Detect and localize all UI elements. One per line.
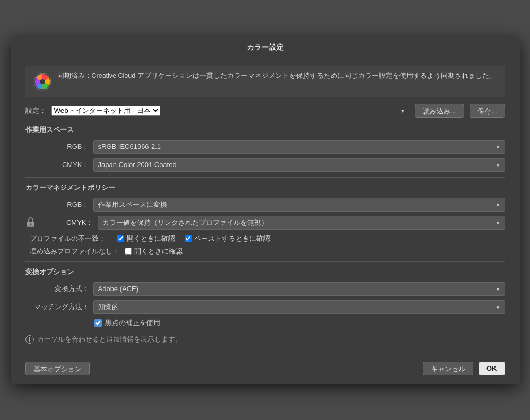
sync-bar: 同期済み：Creative Cloud アプリケーションは一貫したカラーマネジメ… bbox=[25, 66, 505, 97]
lock-icon bbox=[25, 217, 36, 228]
dialog-footer: 基本オプション キャンセル OK bbox=[11, 354, 520, 384]
sync-text: 同期済み：Creative Cloud アプリケーションは一貫したカラーマネジメ… bbox=[57, 71, 496, 81]
black-point-label: 黒点の補正を使用 bbox=[105, 318, 160, 328]
no-embed-open-checkbox-label[interactable]: 開くときに確認 bbox=[125, 247, 183, 256]
cmyk-workspace-row: CMYK： Japan Color 2001 Coated Japan Colo… bbox=[25, 158, 505, 172]
paste-confirm-label: ペーストするときに確認 bbox=[194, 234, 270, 243]
load-button[interactable]: 読み込み... bbox=[415, 104, 464, 118]
conversion-section-title: 変換オプション bbox=[25, 267, 505, 277]
policy-rgb-select[interactable]: 作業用スペースに変換 カラー値を保持 オフ bbox=[93, 198, 505, 212]
cmyk-select-wrapper: Japan Color 2001 Coated Japan Color 2001… bbox=[93, 158, 505, 172]
matching-method-row: マッチング方法： 知覚的 相対的な色域を維持 彩度 絶対的な色域を維持 ▼ bbox=[25, 300, 505, 314]
info-row: i カーソルを合わせると追加情報を表示します。 bbox=[25, 331, 505, 346]
rgb-workspace-row: RGB： sRGB IEC61966-2.1 Adobe RGB (1998) … bbox=[25, 140, 505, 154]
policy-rgb-select-wrapper: 作業用スペースに変換 カラー値を保持 オフ ▼ bbox=[93, 198, 505, 212]
settings-row: 設定： Web・インターネット用 - 日本 プリプレス用 - 日本 一般用 - … bbox=[25, 104, 505, 118]
conversion-method-select[interactable]: Adobe (ACE) Apple CMM Little CMS bbox=[93, 282, 505, 296]
divider-2 bbox=[25, 261, 505, 262]
policy-cmyk-select[interactable]: カラー値を保持（リンクされたプロファイルを無視） 作業用スペースに変換 オフ bbox=[98, 216, 505, 230]
rgb-label: RGB： bbox=[25, 142, 89, 152]
conversion-method-row: 変換方式： Adobe (ACE) Apple CMM Little CMS ▼ bbox=[25, 282, 505, 296]
basic-options-button[interactable]: 基本オプション bbox=[25, 362, 90, 375]
svg-rect-4 bbox=[30, 223, 31, 225]
profile-mismatch-label: プロファイルの不一致： bbox=[30, 234, 106, 243]
matching-method-label: マッチング方法： bbox=[25, 302, 89, 312]
conversion-method-label: 変換方式： bbox=[25, 284, 89, 294]
rgb-select-wrapper: sRGB IEC61966-2.1 Adobe RGB (1998) ProPh… bbox=[93, 140, 505, 154]
color-settings-dialog: カラー設定 同期済み：Creative Cloud アプリケーションは一貫したカ… bbox=[11, 37, 520, 384]
matching-method-select[interactable]: 知覚的 相対的な色域を維持 彩度 絶対的な色域を維持 bbox=[93, 300, 505, 314]
black-point-checkbox[interactable] bbox=[94, 319, 102, 327]
paste-confirm-checkbox[interactable] bbox=[185, 235, 192, 242]
policy-cmyk-select-wrapper: カラー値を保持（リンクされたプロファイルを無視） 作業用スペースに変換 オフ ▼ bbox=[98, 216, 505, 230]
cmyk-select[interactable]: Japan Color 2001 Coated Japan Color 2001… bbox=[93, 158, 505, 172]
policy-cmyk-label: CMYK： bbox=[40, 218, 93, 228]
setting-select[interactable]: Web・インターネット用 - 日本 プリプレス用 - 日本 一般用 - 日本 カ… bbox=[51, 106, 160, 116]
matching-method-select-wrapper: 知覚的 相対的な色域を維持 彩度 絶対的な色域を維持 ▼ bbox=[93, 300, 505, 314]
black-point-row: 黒点の補正を使用 bbox=[25, 318, 505, 328]
paste-confirm-checkbox-label[interactable]: ペーストするときに確認 bbox=[185, 234, 270, 243]
footer-right-buttons: キャンセル OK bbox=[423, 362, 505, 375]
open-confirm-checkbox[interactable] bbox=[117, 235, 124, 242]
policy-rgb-label: RGB： bbox=[25, 200, 89, 209]
no-embed-label: 埋め込みプロファイルなし： bbox=[30, 247, 119, 256]
info-text: カーソルを合わせると追加情報を表示します。 bbox=[37, 335, 182, 344]
setting-dropdown-wrapper: Web・インターネット用 - 日本 プリプレス用 - 日本 一般用 - 日本 カ… bbox=[51, 106, 410, 116]
no-embed-row: 埋め込みプロファイルなし： 開くときに確認 bbox=[25, 247, 505, 256]
open-confirm-label: 開くときに確認 bbox=[127, 234, 175, 243]
open-confirm-checkbox-label[interactable]: 開くときに確認 bbox=[117, 234, 175, 243]
sync-icon bbox=[33, 72, 52, 91]
no-embed-open-label: 開くときに確認 bbox=[134, 247, 183, 256]
conversion-method-select-wrapper: Adobe (ACE) Apple CMM Little CMS ▼ bbox=[93, 282, 505, 296]
info-icon: i bbox=[25, 335, 34, 344]
policy-rgb-row: RGB： 作業用スペースに変換 カラー値を保持 オフ ▼ bbox=[25, 198, 505, 212]
no-embed-open-checkbox[interactable] bbox=[125, 248, 132, 255]
policy-cmyk-row: CMYK： カラー値を保持（リンクされたプロファイルを無視） 作業用スペースに変… bbox=[25, 216, 505, 230]
save-button[interactable]: 保存... bbox=[470, 104, 505, 118]
cmyk-label: CMYK： bbox=[25, 160, 89, 170]
color-policy-section-title: カラーマネジメントポリシー bbox=[25, 183, 505, 192]
setting-dropdown-arrow: ▼ bbox=[400, 108, 405, 113]
rgb-select[interactable]: sRGB IEC61966-2.1 Adobe RGB (1998) ProPh… bbox=[93, 140, 505, 154]
cancel-button[interactable]: キャンセル bbox=[423, 362, 473, 375]
dialog-title: カラー設定 bbox=[11, 37, 520, 58]
workspace-section-title: 作業用スペース bbox=[25, 125, 505, 135]
profile-mismatch-row: プロファイルの不一致： 開くときに確認 ペーストするときに確認 bbox=[25, 234, 505, 243]
svg-point-1 bbox=[40, 79, 45, 84]
setting-label: 設定： bbox=[25, 106, 46, 116]
divider-1 bbox=[25, 177, 505, 178]
ok-button[interactable]: OK bbox=[479, 362, 505, 375]
